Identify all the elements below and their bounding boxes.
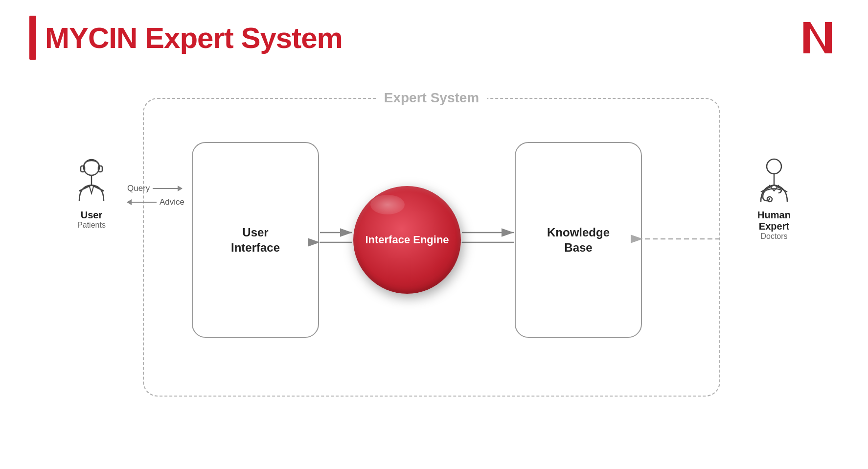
header: MYCIN Expert System xyxy=(0,0,868,70)
user-sub: Patients xyxy=(77,221,106,230)
svg-point-5 xyxy=(767,159,781,174)
expert-system-label: Expert System xyxy=(376,90,487,106)
expert-sub: Doctors xyxy=(760,232,787,241)
svg-rect-2 xyxy=(81,166,85,172)
svg-marker-0 xyxy=(803,22,832,53)
advice-row: Advice xyxy=(127,197,184,207)
user-interface-label: UserInterface xyxy=(231,225,280,255)
query-advice-area: Query Advice xyxy=(127,184,184,207)
query-arrow-icon xyxy=(153,188,182,189)
diagram-container: Expert System xyxy=(55,88,813,431)
nebraska-logo-icon xyxy=(799,18,839,57)
expert-figure: HumanExpert Doctors xyxy=(735,157,813,241)
knowledge-base-label: KnowledgeBase xyxy=(547,225,610,255)
diagram-area: Expert System xyxy=(0,70,868,469)
interface-engine-label: Interface Engine xyxy=(365,233,449,247)
interface-engine-circle: Interface Engine xyxy=(353,186,461,294)
user-name: User xyxy=(81,210,102,221)
query-label: Query xyxy=(127,184,150,193)
advice-arrow-icon xyxy=(127,202,157,203)
user-figure: User Patients xyxy=(55,157,128,230)
knowledge-base-box: KnowledgeBase xyxy=(515,142,642,338)
user-person-icon xyxy=(69,157,114,206)
advice-label: Advice xyxy=(160,197,184,207)
user-interface-box: UserInterface xyxy=(192,142,319,338)
query-row: Query xyxy=(127,184,182,193)
expert-name: HumanExpert xyxy=(757,210,791,232)
svg-rect-3 xyxy=(98,166,102,172)
red-bar-decoration xyxy=(29,16,36,60)
expert-person-icon xyxy=(752,157,796,206)
page-title: MYCIN Expert System xyxy=(45,21,343,55)
header-left: MYCIN Expert System xyxy=(29,16,343,60)
